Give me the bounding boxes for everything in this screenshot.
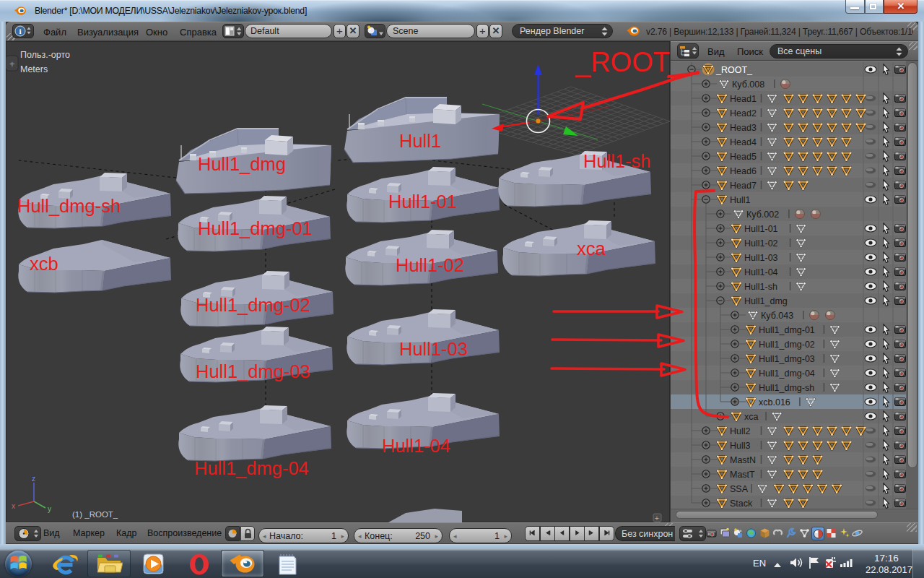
svg-text:Hull1_dmg-02: Hull1_dmg-02: [759, 340, 815, 350]
svg-text:Куб.008: Куб.008: [732, 79, 764, 90]
svg-text:Hull1-sh: Hull1-sh: [583, 151, 651, 171]
svg-text:+: +: [655, 514, 659, 522]
svg-text:Куб.002: Куб.002: [746, 210, 779, 220]
svg-text:_ROOT: _ROOT: [575, 47, 670, 77]
svg-text:(1) _ROOT_: (1) _ROOT_: [72, 510, 118, 519]
svg-text:Hull1-02: Hull1-02: [744, 238, 778, 249]
svg-text:z: z: [32, 475, 35, 483]
svg-text:xcb.016: xcb.016: [759, 397, 790, 407]
svg-text:Head3: Head3: [730, 123, 757, 133]
svg-text:Head5: Head5: [730, 152, 757, 162]
svg-text:Hull_dmg-sh: Hull_dmg-sh: [17, 196, 121, 216]
svg-text:Head7: Head7: [730, 181, 757, 191]
svg-text:Hull1_dmg-04: Hull1_dmg-04: [194, 458, 309, 478]
svg-text:Куб.043: Куб.043: [761, 311, 793, 321]
svg-text:_ROOT_: _ROOT_: [715, 65, 753, 75]
svg-text:Head6: Head6: [730, 166, 757, 176]
svg-text:Hull1_dmg-sh: Hull1_dmg-sh: [759, 383, 814, 393]
svg-text:i: i: [19, 27, 21, 35]
svg-text:Hull1_dmg-03: Hull1_dmg-03: [759, 354, 815, 364]
svg-text:xca: xca: [577, 238, 606, 259]
svg-text:Hull1_dmg-02: Hull1_dmg-02: [196, 295, 310, 315]
svg-text:MastT: MastT: [730, 470, 755, 480]
svg-text:Head4: Head4: [730, 137, 757, 147]
svg-text:Hull1-sh: Hull1-sh: [744, 282, 777, 292]
svg-text:Hull1_dmg-01: Hull1_dmg-01: [198, 218, 313, 238]
svg-text:Hull1: Hull1: [399, 131, 441, 151]
svg-text:x: x: [12, 502, 15, 510]
svg-text:Hull1: Hull1: [730, 195, 751, 205]
svg-text:Head1: Head1: [730, 94, 757, 104]
svg-text:Stack: Stack: [730, 499, 753, 509]
svg-text:y: y: [48, 505, 51, 513]
svg-text:Hull1-01: Hull1-01: [744, 224, 778, 234]
svg-text:Hull1-01: Hull1-01: [388, 191, 457, 212]
svg-text:Hull3: Hull3: [730, 441, 751, 451]
svg-text:MastN: MastN: [730, 455, 756, 465]
svg-text:Hull1_dmg-03: Hull1_dmg-03: [196, 361, 310, 381]
svg-text:Hull1-03: Hull1-03: [399, 339, 468, 359]
svg-text:Hull1-03: Hull1-03: [744, 253, 778, 263]
svg-text:Hull1-04: Hull1-04: [382, 436, 450, 456]
svg-text:Meters: Meters: [20, 64, 48, 74]
svg-text:Head2: Head2: [730, 108, 757, 118]
svg-text:Hull1_dmg: Hull1_dmg: [198, 154, 286, 174]
svg-text:Польз.-орто: Польз.-орто: [20, 50, 70, 60]
svg-text:+: +: [9, 59, 15, 69]
svg-text:Hull1-04: Hull1-04: [744, 267, 778, 277]
svg-text:SSA: SSA: [730, 484, 749, 494]
svg-text:Hull1-02: Hull1-02: [396, 255, 464, 275]
svg-text:Hull1_dmg: Hull1_dmg: [744, 296, 788, 306]
svg-text:Hull1_dmg-04: Hull1_dmg-04: [759, 368, 815, 379]
svg-text:xcb: xcb: [30, 254, 58, 274]
svg-text:Hull1_dmg-01: Hull1_dmg-01: [759, 325, 815, 335]
svg-text:Hull2: Hull2: [730, 426, 751, 436]
svg-text:xca: xca: [744, 412, 759, 422]
